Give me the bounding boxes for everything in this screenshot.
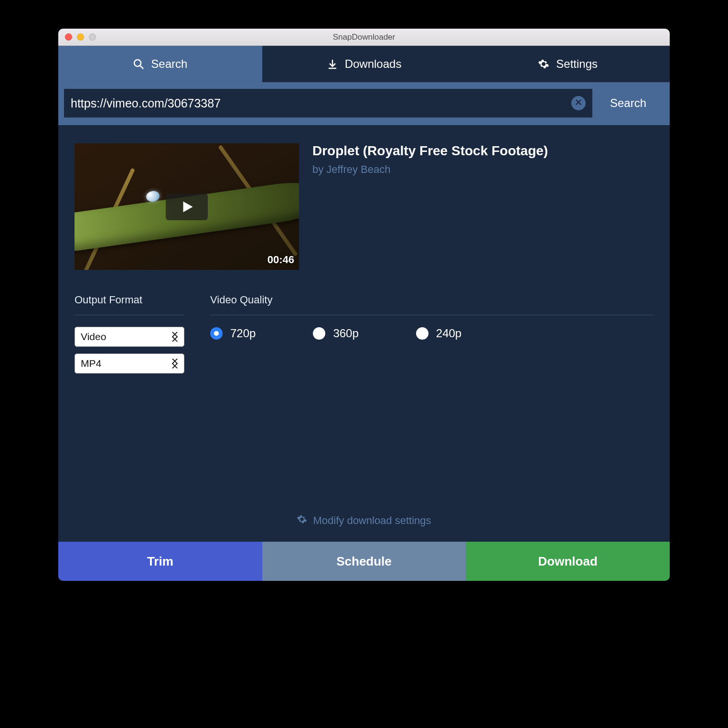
modify-settings-label: Modify download settings — [313, 514, 431, 527]
window-title: SnapDownloader — [58, 32, 670, 42]
search-button[interactable]: Search — [592, 89, 664, 118]
output-format-heading: Output Format — [75, 294, 184, 315]
app-window: SnapDownloader Search Downloads Settings — [58, 29, 670, 581]
quality-label: 360p — [333, 327, 358, 340]
footer-actions: Trim Schedule Download — [58, 542, 670, 581]
maximize-icon[interactable] — [89, 33, 96, 41]
gear-icon — [297, 514, 307, 527]
play-icon[interactable] — [166, 193, 208, 220]
svg-line-1 — [140, 65, 143, 69]
tab-label: Search — [151, 57, 187, 71]
radio-icon — [313, 327, 325, 340]
search-bar: Search — [58, 82, 670, 125]
main-tabs: Search Downloads Settings — [58, 46, 670, 82]
video-quality-heading: Video Quality — [210, 294, 653, 315]
quality-option-720p[interactable]: 720p — [210, 327, 256, 340]
search-input-wrap — [64, 89, 592, 118]
format-container-select[interactable]: MP4 — [75, 353, 184, 374]
quality-option-360p[interactable]: 360p — [313, 327, 358, 340]
video-meta: Droplet (Royalty Free Stock Footage) by … — [312, 143, 653, 270]
output-format-section: Output Format Video MP4 — [75, 294, 184, 380]
close-icon — [574, 98, 583, 108]
search-button-label: Search — [610, 96, 646, 110]
window-controls — [58, 33, 96, 41]
video-title: Droplet (Royalty Free Stock Footage) — [312, 143, 653, 159]
trim-button[interactable]: Trim — [58, 542, 262, 581]
schedule-button[interactable]: Schedule — [262, 542, 466, 581]
video-thumbnail[interactable]: 00:46 — [75, 143, 299, 270]
quality-radio-group: 720p 360p 240p — [210, 327, 653, 340]
url-input[interactable] — [71, 96, 571, 110]
options: Output Format Video MP4 Video Quality 72… — [75, 294, 653, 380]
gear-icon — [538, 58, 549, 70]
download-icon — [327, 58, 338, 70]
close-icon[interactable] — [65, 33, 72, 41]
video-duration: 00:46 — [268, 254, 294, 266]
tab-downloads[interactable]: Downloads — [262, 46, 466, 82]
quality-label: 720p — [230, 327, 256, 340]
titlebar: SnapDownloader — [58, 29, 670, 46]
format-type-select[interactable]: Video — [75, 327, 184, 347]
modify-download-settings[interactable]: Modify download settings — [75, 514, 653, 542]
minimize-icon[interactable] — [77, 33, 84, 41]
video-author: by Jeffrey Beach — [312, 163, 653, 176]
svg-point-0 — [134, 60, 141, 66]
download-button[interactable]: Download — [466, 542, 670, 581]
tab-search[interactable]: Search — [58, 46, 262, 82]
search-icon — [133, 58, 144, 70]
video-result: 00:46 Droplet (Royalty Free Stock Footag… — [75, 143, 653, 270]
content-area: 00:46 Droplet (Royalty Free Stock Footag… — [58, 125, 670, 542]
tab-label: Settings — [556, 57, 598, 71]
tab-settings[interactable]: Settings — [466, 46, 670, 82]
video-quality-section: Video Quality 720p 360p 240p — [210, 294, 653, 380]
radio-icon — [416, 327, 428, 340]
clear-button[interactable] — [571, 96, 586, 110]
tab-label: Downloads — [345, 57, 402, 71]
quality-label: 240p — [436, 327, 461, 340]
quality-option-240p[interactable]: 240p — [416, 327, 461, 340]
radio-icon — [210, 327, 223, 340]
svg-marker-6 — [183, 201, 193, 212]
